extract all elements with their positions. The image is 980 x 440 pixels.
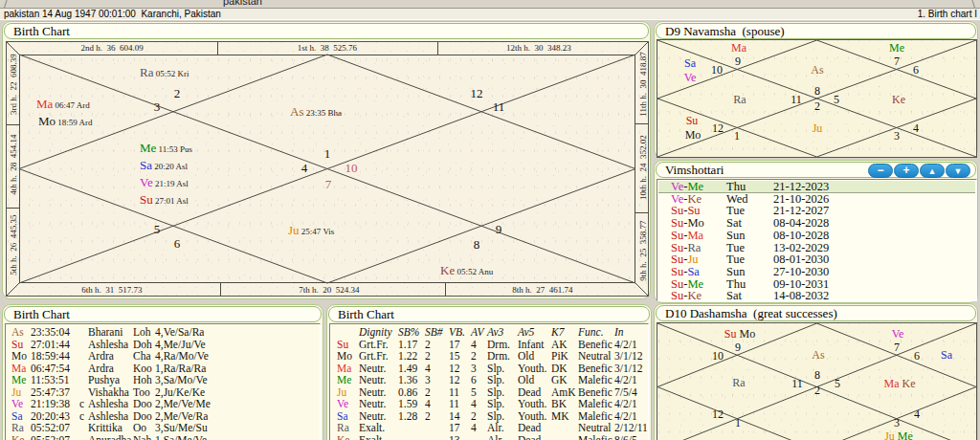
house-number-1: 1: [324, 147, 331, 160]
planet-label: Sa: [941, 349, 952, 361]
vimshottari-list: Ve-MeThu21-12-2023Ve-KeWed21-10-2026Su-S…: [657, 179, 977, 301]
scroll-up-button[interactable]: ▲: [920, 164, 945, 178]
house-number-12: 12: [712, 122, 724, 134]
house-number-1: 1: [734, 130, 740, 142]
planet-mo: Mo 18:59 Ard: [38, 113, 93, 128]
status-bar: pakistan 14 Aug 1947 00:01:00 Karanchi, …: [0, 8, 980, 20]
planet-label: Su Mo: [724, 328, 755, 340]
tab-bar: pakistan: [0, 0, 980, 8]
panel-d10-dashamsha: D10 Dashamsha (great successes) 91076811…: [654, 303, 978, 440]
position-row-ra: Ra05:52:07KrittikaOo3,Su/Me/Su: [6, 422, 320, 434]
house-number-7: 7: [894, 55, 900, 67]
birth-chart-diagram: 231410756121198Ra 05:52 KriMa 06:47 ArdM…: [6, 41, 649, 297]
house-number-8: 8: [474, 238, 480, 251]
planet-label: Ma Ke: [884, 378, 916, 389]
planet-ke: Ke 05:52 Anu: [440, 262, 493, 277]
dasha-row-su-ke[interactable]: Su-KeSat14-08-2032: [658, 290, 975, 302]
position-row-mo: Mo18:59:44ArdraCha4,Ra/Mo/Ve: [6, 350, 320, 363]
dasha-row-su-sa[interactable]: Su-SaSun27-10-2030: [658, 266, 975, 278]
cusp-label: 5th h. 26 445.35: [8, 214, 19, 275]
house-number-4: 4: [301, 162, 308, 174]
house-number-6: 6: [174, 237, 181, 250]
house-number-4: 4: [913, 122, 919, 134]
house-number-3: 3: [894, 417, 900, 429]
planet-su: Su 27:01 Asl: [140, 191, 189, 207]
house-number-3: 3: [894, 130, 900, 142]
strength-row-ma: MaNeutr.1.494123Slp.Youth.DKBenefic3/1/1…: [330, 363, 648, 375]
house-number-9: 9: [735, 55, 741, 67]
position-row-ma: Ma06:47:54ArdraKoo1,Ra/Ra/Ra: [6, 363, 320, 375]
scroll-down-button[interactable]: ▼: [946, 164, 970, 178]
planet-sa: Sa 20:20 Asl: [140, 157, 188, 172]
panel-vimshottari: Vimshottari − + ▲ ▼ Ve-MeThu21-12-2023Ve…: [654, 160, 978, 303]
d10-chart-lines: [657, 323, 976, 440]
cusp-label: 6th h. 31 517.73: [81, 284, 142, 296]
planet-label: Su: [686, 115, 699, 126]
house-number-7: 7: [894, 341, 900, 353]
house-number-2: 2: [814, 100, 820, 112]
planet-label: Ju Me: [884, 430, 913, 440]
house-number-7: 7: [325, 178, 332, 190]
house-number-3: 3: [154, 100, 161, 113]
panel-birth-chart: Birth Chart 231410756121198Ra 05:52 KriM…: [2, 21, 651, 299]
planet-label: Ma: [731, 42, 746, 54]
position-row-ve: Ve21:19:38cAshleshaDoo2,Me/Ve/Me: [6, 398, 320, 410]
house-number-5: 5: [835, 378, 840, 389]
house-number-8: 8: [814, 85, 820, 97]
strengths-table: DignitySB%SB#VB.AVAv3Av5K7Func.InSuGrt.F…: [329, 323, 649, 440]
position-row-as: As23:35:04BharaniLoh4,Ve/Sa/Ra: [6, 326, 320, 339]
zoom-in-button[interactable]: +: [894, 164, 919, 178]
panel-d9-title: D9 Navamsha (spouse): [656, 23, 976, 39]
house-number-5: 5: [154, 223, 161, 235]
house-number-12: 12: [712, 408, 724, 420]
tab-edge-right: [971, 0, 977, 8]
strength-row-ve: VeNeutr.1.594114Slp.Youth.BKMalefic4/2/1: [330, 398, 648, 410]
house-number-2: 2: [814, 385, 820, 396]
house-number-1: 1: [735, 417, 741, 429]
zoom-out-button[interactable]: −: [868, 164, 893, 178]
house-number-10: 10: [712, 350, 724, 362]
strengths-header-row: DignitySB%SB#VB.AVAv3Av5K7Func.In: [330, 326, 648, 339]
house-number-10: 10: [345, 162, 358, 174]
cusp-label: 4th h. 28 454.14: [8, 134, 19, 194]
position-row-su: Su27:01:44AshleshaDoh4,Me/Ju/Ve: [6, 339, 320, 351]
strength-row-me: MeNeutr.1.363126Slp.OldGKMalefic4/2/1: [330, 374, 648, 386]
cusp-label: 3rd h. 22 608.39: [8, 54, 19, 115]
d9-chart-diagram: 910768112512134MaMeSaVeRaAsKeSuMoJu: [657, 39, 977, 158]
panel-positions-table: Birth Chart As23:35:04BharaniLoh4,Ve/Sa/…: [2, 304, 323, 440]
planet-ju: Ju 25:47 Vis: [288, 222, 334, 237]
planet-label: Ra: [732, 377, 745, 388]
house-number-2: 2: [174, 87, 181, 99]
house-number-11: 11: [791, 378, 803, 389]
panel-vimshottari-title: Vimshottari − + ▲ ▼: [656, 162, 976, 178]
cusp-label: 12th h. 30 348.23: [506, 42, 571, 54]
planet-label: As: [812, 349, 824, 361]
planet-label: Ve: [684, 72, 697, 83]
cusp-label: 7th h. 20 524.34: [299, 284, 359, 296]
strength-row-su: SuGrt.Fr.1.172174Drm.InfantAKBenefic4/2/…: [330, 339, 648, 351]
tab-edge-left: [3, 0, 9, 8]
panel-strengths-title: Birth Chart: [328, 306, 650, 322]
planet-ve: Ve 21:19 Asl: [140, 174, 189, 189]
d10-chart-diagram: 910768112512134Su MoVeAsSaRaMa KeJu Me: [657, 322, 977, 440]
house-number-11: 11: [493, 100, 505, 113]
panel-positions-title: Birth Chart: [4, 306, 322, 322]
panel-birth-chart-title: Birth Chart: [4, 23, 649, 39]
planet-label: As: [811, 64, 823, 76]
cusp-label: 10th h. 24 352.02: [637, 135, 649, 200]
house-number-5: 5: [834, 94, 839, 105]
planet-label: Ju: [813, 122, 823, 134]
cusp-label: 2nd h. 36 604.09: [80, 42, 143, 54]
vimshottari-buttons: − + ▲ ▼: [867, 164, 970, 176]
status-right-text: 1. Birth chart I: [918, 9, 977, 19]
position-row-me: Me11:53:51PushyaHoh3,Sa/Mo/Ve: [6, 374, 320, 386]
strength-row-ke: KeExalt.13Alr.DeadMalefic8/6/5: [330, 434, 648, 440]
planet-label: Ke: [892, 94, 905, 105]
house-number-6: 6: [913, 64, 919, 76]
tab-pakistan[interactable]: pakistan: [223, 0, 262, 7]
planet-label: Me: [889, 42, 904, 54]
house-number-6: 6: [914, 350, 920, 362]
strength-row-ju: JuNeutr.0.862115Slp.DeadAmKBenefic7/5/4: [330, 386, 648, 399]
dasha-row-su-ma[interactable]: Su-MaSun08-10-2028: [658, 230, 975, 242]
planet-as: As 23:35 Bha: [290, 103, 342, 119]
